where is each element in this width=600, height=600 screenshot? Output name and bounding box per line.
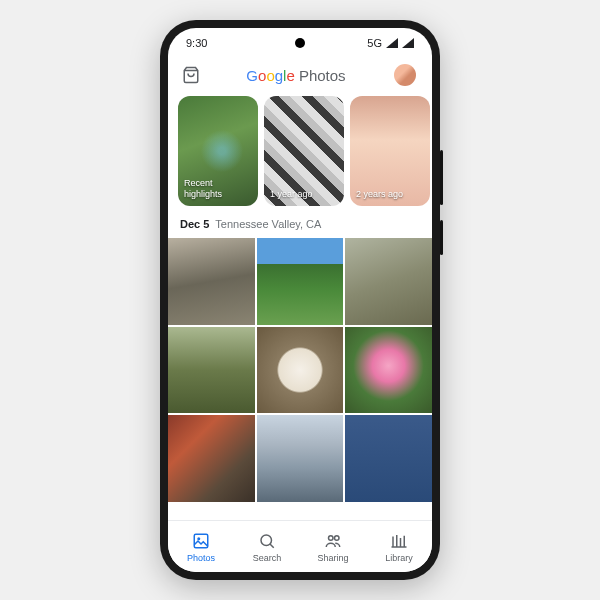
photo-grid — [168, 238, 432, 502]
section-location: Tennessee Valley, CA — [215, 218, 321, 230]
photo-thumb[interactable] — [257, 327, 344, 414]
bottom-nav: Photos Search Sharing Library — [168, 520, 432, 572]
photos-icon — [191, 531, 211, 551]
nav-label: Photos — [187, 553, 215, 563]
photo-thumb[interactable] — [257, 238, 344, 325]
signal-icon-2 — [402, 38, 414, 48]
volume-button — [440, 150, 443, 205]
svg-point-3 — [329, 535, 334, 540]
svg-point-4 — [335, 535, 340, 540]
section-header: Dec 5 Tennessee Valley, CA — [168, 216, 432, 238]
photo-feed[interactable]: Dec 5 Tennessee Valley, CA — [168, 216, 432, 520]
avatar[interactable] — [392, 62, 418, 88]
memories-carousel[interactable]: Recent highlights 1 year ago 2 years ago — [168, 96, 432, 216]
front-camera — [295, 38, 305, 48]
memory-card[interactable]: Recent highlights — [178, 96, 258, 206]
photo-thumb[interactable] — [345, 327, 432, 414]
memory-label: 1 year ago — [270, 189, 313, 200]
nav-label: Search — [253, 553, 282, 563]
nav-library[interactable]: Library — [366, 531, 432, 563]
memory-label: 2 years ago — [356, 189, 403, 200]
app-title: Google Photos — [246, 67, 345, 84]
status-time: 9:30 — [186, 37, 207, 49]
svg-rect-0 — [194, 534, 208, 548]
svg-point-1 — [197, 537, 200, 540]
photo-thumb[interactable] — [345, 238, 432, 325]
nav-label: Library — [385, 553, 413, 563]
photo-thumb[interactable] — [257, 415, 344, 502]
svg-point-2 — [261, 535, 272, 546]
photo-thumb[interactable] — [168, 238, 255, 325]
memory-card[interactable]: 1 year ago — [264, 96, 344, 206]
memory-card[interactable]: 2 years ago — [350, 96, 430, 206]
nav-sharing[interactable]: Sharing — [300, 531, 366, 563]
nav-label: Sharing — [317, 553, 348, 563]
section-date: Dec 5 — [180, 218, 209, 230]
photo-thumb[interactable] — [168, 415, 255, 502]
search-icon — [257, 531, 277, 551]
photo-thumb[interactable] — [345, 415, 432, 502]
signal-icon — [386, 38, 398, 48]
app-header: Google Photos — [168, 58, 432, 96]
sharing-icon — [323, 531, 343, 551]
power-button — [440, 220, 443, 255]
photo-thumb[interactable] — [168, 327, 255, 414]
library-icon — [389, 531, 409, 551]
status-right: 5G — [367, 37, 414, 49]
memory-label: Recent highlights — [184, 178, 252, 200]
screen: 9:30 5G Google Photos Recent highlights … — [168, 28, 432, 572]
nav-photos[interactable]: Photos — [168, 531, 234, 563]
shop-icon[interactable] — [182, 66, 200, 84]
network-label: 5G — [367, 37, 382, 49]
nav-search[interactable]: Search — [234, 531, 300, 563]
phone-frame: 9:30 5G Google Photos Recent highlights … — [160, 20, 440, 580]
